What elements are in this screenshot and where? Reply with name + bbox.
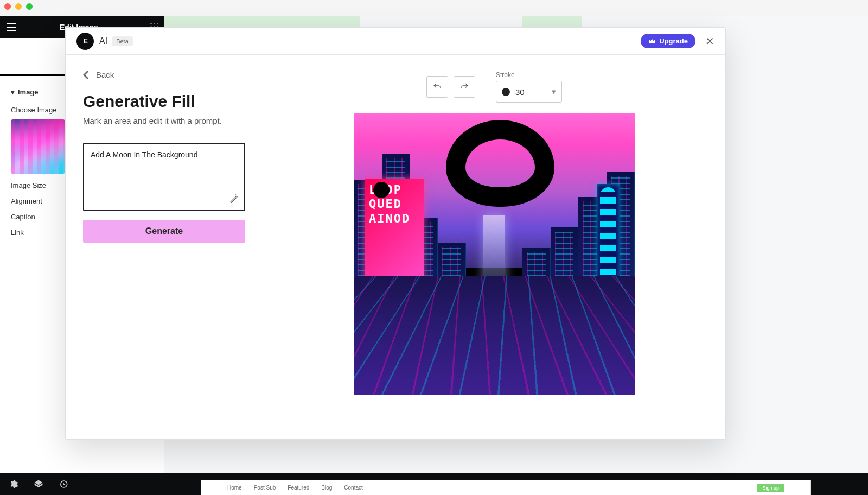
page-preview-nav: Home Post Sub Featured Blog Contact Sign…: [201, 480, 811, 495]
stroke-label: Stroke: [496, 71, 562, 79]
undo-button[interactable]: [426, 76, 448, 98]
nav-item[interactable]: Featured: [288, 485, 309, 491]
upgrade-button[interactable]: Upgrade: [641, 34, 695, 48]
signup-button[interactable]: Sign up: [757, 484, 784, 492]
nav-item[interactable]: Blog: [321, 485, 332, 491]
caret-down-icon: ▾: [11, 88, 15, 96]
nav-item[interactable]: Contact: [344, 485, 362, 491]
mac-maximize-dot[interactable]: [26, 3, 33, 10]
prompt-input-container: [83, 143, 245, 211]
preview-neon-sign-left: [365, 179, 424, 282]
layers-icon[interactable]: [34, 479, 43, 489]
image-thumbnail[interactable]: [11, 119, 65, 174]
stroke-select[interactable]: 30 ▾: [496, 81, 562, 103]
section-image-label: Image: [18, 88, 39, 96]
settings-icon[interactable]: [9, 479, 18, 489]
generative-fill-subheading: Mark an area and edit it with a prompt.: [83, 116, 245, 125]
mac-minimize-dot[interactable]: [15, 3, 22, 10]
generate-button[interactable]: Generate: [83, 220, 245, 243]
back-label: Back: [96, 70, 114, 79]
panel-footer-toolbar: [0, 473, 164, 495]
stroke-value: 30: [515, 87, 525, 97]
beta-badge: Beta: [112, 36, 133, 46]
nav-item[interactable]: Home: [227, 485, 242, 491]
back-button[interactable]: Back: [83, 70, 245, 79]
undo-icon: [432, 82, 442, 92]
chevron-left-icon: [83, 71, 88, 79]
ai-left-panel: Back Generative Fill Mark an area and ed…: [66, 55, 263, 439]
elementor-logo-icon: E: [76, 33, 94, 50]
chevron-down-icon: ▾: [552, 87, 556, 97]
stroke-control: Stroke 30 ▾: [496, 71, 562, 103]
redo-button[interactable]: [454, 76, 475, 98]
ai-modal-header: E AI Beta Upgrade ✕: [66, 28, 725, 55]
ai-modal-title: AI: [99, 36, 107, 46]
magic-wand-icon[interactable]: [229, 194, 239, 206]
mac-window-controls: [4, 3, 33, 10]
generative-fill-heading: Generative Fill: [83, 92, 245, 111]
close-icon[interactable]: ✕: [705, 35, 714, 48]
redo-icon: [459, 82, 469, 92]
field-alignment-label: Alignment: [11, 197, 42, 205]
history-icon[interactable]: [59, 479, 68, 489]
nav-item[interactable]: Post Sub: [254, 485, 276, 491]
image-preview-canvas[interactable]: [354, 113, 635, 395]
canvas-toolbar: Stroke 30 ▾: [426, 71, 562, 103]
upgrade-label: Upgrade: [659, 37, 688, 45]
hamburger-icon[interactable]: [7, 23, 16, 31]
mac-close-dot[interactable]: [4, 3, 11, 10]
ai-modal: E AI Beta Upgrade ✕ Back Generative Fill…: [65, 27, 726, 440]
prompt-input[interactable]: [91, 150, 238, 194]
crown-icon: [648, 37, 656, 45]
stroke-preview-dot: [502, 88, 510, 96]
brush-cursor: [373, 182, 390, 198]
ai-right-panel: Stroke 30 ▾: [263, 55, 725, 439]
preview-road: [354, 276, 635, 395]
